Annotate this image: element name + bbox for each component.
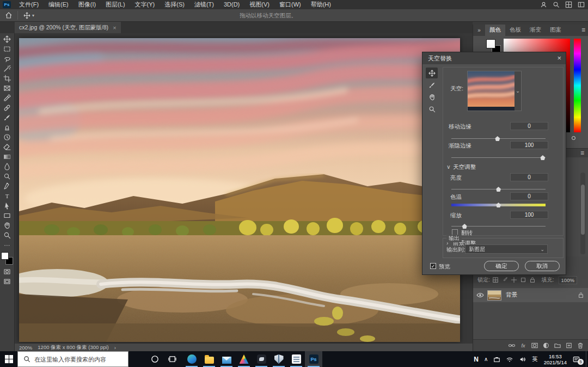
edit-toolbar-icon[interactable]: ⋯ (1, 240, 14, 250)
fade-edge-value[interactable]: 100 (510, 141, 548, 149)
clock[interactable]: 16:53 2021/5/14 (541, 353, 570, 365)
dialog-title-bar[interactable]: 天空替换 × (422, 52, 566, 64)
scale-value[interactable]: 100 (510, 211, 548, 219)
eyedropper-tool-icon[interactable] (1, 93, 14, 103)
collapse-panels-icon[interactable]: » (473, 25, 485, 36)
lock-pixels-icon[interactable] (501, 277, 509, 284)
layer-visibility-eye-icon[interactable] (473, 291, 487, 299)
lock-position-icon[interactable] (511, 277, 518, 284)
start-button[interactable] (0, 351, 17, 367)
hand-tool-icon[interactable] (1, 221, 14, 230)
shape-tool-icon[interactable] (1, 211, 14, 221)
menu-window[interactable]: 窗口(W) (274, 0, 306, 9)
sky-preset-thumbnail[interactable] (468, 71, 514, 111)
document-tab[interactable]: cx2.jpg @ 200% (天空, 图层蒙版/8) × (15, 22, 121, 33)
show-hidden-icons[interactable]: ∧ (481, 351, 491, 367)
tool-dropdown-arrow-icon[interactable]: ▾ (32, 13, 34, 18)
path-selection-tool-icon[interactable] (1, 201, 14, 211)
new-layer-icon[interactable] (565, 342, 573, 349)
dialog-sky-brush-icon[interactable] (426, 79, 438, 90)
brush-tool-icon[interactable] (1, 113, 14, 123)
ok-button[interactable]: 确定 (484, 261, 519, 271)
tab-swatches[interactable]: 色板 (505, 25, 525, 36)
volume-icon[interactable] (516, 351, 529, 367)
taskbar-app-security[interactable] (270, 351, 287, 367)
sky-preset-picker[interactable]: ⌄ (467, 71, 522, 111)
output-to-select[interactable]: 新图层 ⌄ (465, 244, 548, 254)
lock-artboard-icon[interactable] (520, 277, 527, 284)
layer-row-background[interactable]: 背景 (473, 288, 588, 302)
menu-image[interactable]: 图像(I) (74, 0, 101, 9)
search-icon[interactable] (553, 1, 560, 8)
healing-brush-tool-icon[interactable] (1, 103, 14, 113)
brightness-slider-thumb[interactable] (496, 187, 501, 192)
move-tool-option-icon[interactable] (21, 10, 32, 20)
lock-all-icon[interactable] (529, 277, 536, 284)
wifi-icon[interactable] (503, 351, 516, 367)
type-tool-icon[interactable]: T (1, 191, 14, 201)
notification-center-button[interactable]: 5 (570, 351, 586, 367)
taskbar-app-dark[interactable] (253, 351, 270, 367)
taskbar-app-explorer[interactable] (200, 351, 218, 367)
scale-slider[interactable] (451, 224, 546, 229)
home-icon[interactable] (3, 10, 14, 20)
lock-transparency-icon[interactable] (492, 277, 499, 284)
preview-checkbox[interactable]: ✓ (430, 263, 436, 269)
taskbar-app-notes[interactable] (287, 351, 305, 367)
menu-file[interactable]: 文件(F) (14, 0, 44, 9)
layer-group-icon[interactable] (554, 342, 561, 349)
taskbar-app-mail[interactable] (218, 351, 235, 367)
panel-scrollbar[interactable] (580, 173, 585, 254)
panel-foreground-swatch[interactable] (486, 39, 495, 48)
taskbar-app-colorful[interactable] (235, 351, 253, 367)
taskbar-app-edge[interactable] (183, 351, 200, 367)
tab-close-icon[interactable]: × (113, 25, 116, 31)
menu-view[interactable]: 视图(V) (244, 0, 274, 9)
fade-edge-slider[interactable] (451, 155, 546, 160)
temperature-value[interactable]: 0 (510, 192, 548, 200)
shift-edge-slider-thumb[interactable] (495, 136, 500, 141)
adjustment-layer-icon[interactable] (542, 342, 550, 349)
account-icon[interactable] (540, 1, 547, 8)
dodge-tool-icon[interactable] (1, 172, 14, 181)
clone-stamp-tool-icon[interactable] (1, 123, 14, 132)
link-layers-icon[interactable] (508, 342, 516, 349)
history-brush-tool-icon[interactable] (1, 132, 14, 142)
hue-slider[interactable] (574, 39, 581, 132)
menu-select[interactable]: 选择(S) (160, 0, 189, 9)
marquee-tool-icon[interactable] (1, 44, 14, 54)
panel-menu-icon[interactable]: ≡ (581, 27, 585, 33)
show-desktop-button[interactable] (586, 351, 588, 367)
menu-help[interactable]: 帮助(H) (306, 0, 336, 9)
shift-edge-value[interactable]: 0 (510, 122, 548, 130)
layer-thumbnail[interactable] (487, 290, 501, 301)
layout-icon[interactable] (578, 1, 585, 8)
brightness-value[interactable]: 0 (510, 173, 548, 181)
pen-tool-icon[interactable] (1, 181, 14, 191)
dialog-close-icon[interactable]: × (557, 54, 561, 62)
fade-edge-slider-thumb[interactable] (540, 155, 545, 160)
move-tool-icon[interactable] (1, 34, 14, 44)
dialog-hand-tool-icon[interactable] (426, 91, 438, 102)
menu-layer[interactable]: 图层(L) (101, 0, 130, 9)
status-chevron-icon[interactable]: › (114, 345, 116, 351)
tab-patterns[interactable]: 图案 (546, 25, 566, 36)
foreground-background-swatches[interactable] (1, 252, 13, 265)
delete-layer-icon[interactable] (577, 342, 584, 349)
cortana-button[interactable] (146, 351, 163, 367)
menu-3d[interactable]: 3D(D) (219, 0, 244, 9)
menu-filter[interactable]: 滤镜(T) (189, 0, 219, 9)
taskbar-search[interactable] (17, 351, 128, 367)
object-selection-tool-icon[interactable] (1, 64, 14, 74)
dialog-move-tool-icon[interactable] (426, 68, 438, 78)
search-input[interactable] (34, 356, 121, 363)
workspace-grid-icon[interactable] (565, 1, 572, 8)
frame-tool-icon[interactable] (1, 83, 14, 93)
foreground-color-swatch[interactable] (1, 252, 9, 260)
layer-effects-icon[interactable]: fx (519, 342, 527, 349)
temperature-slider[interactable] (451, 203, 546, 207)
blur-tool-icon[interactable] (1, 162, 14, 172)
sky-preset-dropdown-icon[interactable]: ⌄ (514, 71, 521, 111)
menu-type[interactable]: 文字(Y) (130, 0, 160, 9)
zoom-tool-icon[interactable] (1, 230, 14, 240)
